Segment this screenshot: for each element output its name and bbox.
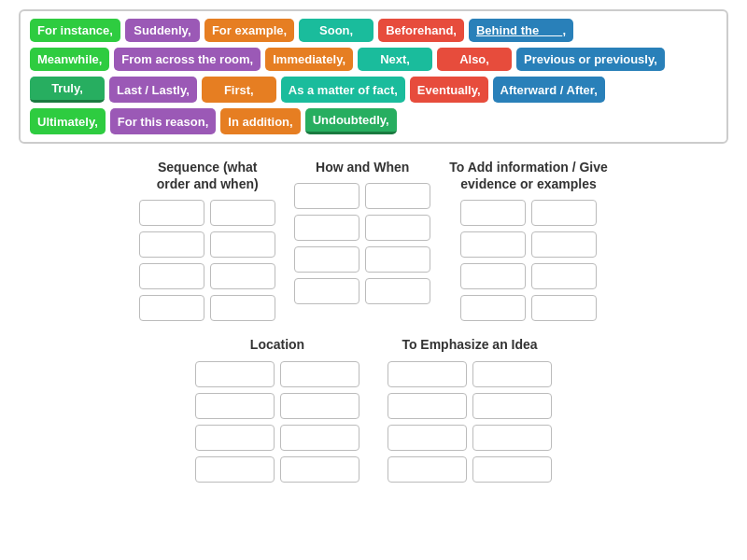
- category-emphasize: To Emphasize an Idea: [388, 336, 552, 482]
- chip-last-lastly[interactable]: Last / Lastly,: [109, 77, 197, 103]
- drop-box[interactable]: [531, 200, 597, 226]
- word-bank-row-1: For instance, Suddenly, For example, Soo…: [30, 19, 717, 42]
- add-info-drop-grid: [460, 200, 597, 321]
- bottom-categories: Location To Emphasize an Idea: [19, 336, 728, 482]
- location-drop-grid: [195, 361, 359, 483]
- drop-box[interactable]: [210, 263, 275, 289]
- drop-box[interactable]: [460, 295, 526, 321]
- drop-box[interactable]: [472, 456, 552, 483]
- drop-box[interactable]: [280, 425, 359, 451]
- drop-box[interactable]: [280, 361, 359, 387]
- drop-box[interactable]: [210, 295, 275, 321]
- page: For instance, Suddenly, For example, Soo…: [0, 0, 747, 492]
- category-how-when: How and When: [294, 159, 430, 321]
- category-sequence: Sequence (whatorder and when): [139, 159, 275, 321]
- drop-box[interactable]: [195, 361, 275, 387]
- drop-box[interactable]: [531, 295, 597, 321]
- chip-from-across[interactable]: From across the room,: [114, 48, 261, 71]
- drop-box[interactable]: [195, 425, 275, 451]
- drop-box[interactable]: [388, 393, 467, 419]
- category-location-title: Location: [250, 336, 304, 353]
- chip-soon[interactable]: Soon,: [299, 19, 374, 42]
- drop-box[interactable]: [294, 278, 359, 304]
- sequence-drop-grid: [139, 200, 275, 321]
- chip-truly[interactable]: Truly,: [30, 77, 105, 103]
- drop-box[interactable]: [365, 215, 430, 241]
- category-add-info: To Add information / Giveevidence or exa…: [449, 159, 608, 321]
- word-bank-row-3: Truly, Last / Lastly, First, As a matter…: [30, 77, 717, 103]
- category-location: Location: [195, 336, 359, 482]
- drop-box[interactable]: [460, 231, 526, 258]
- emphasize-drop-grid: [388, 361, 552, 483]
- drop-box[interactable]: [531, 231, 597, 258]
- drop-box[interactable]: [472, 393, 552, 419]
- drop-box[interactable]: [460, 263, 526, 289]
- drop-box[interactable]: [531, 263, 597, 289]
- drop-box[interactable]: [294, 183, 359, 209]
- chip-undoubtedly[interactable]: Undoubtedly,: [305, 108, 397, 134]
- word-bank: For instance, Suddenly, For example, Soo…: [19, 9, 728, 144]
- chip-for-this-reason[interactable]: For this reason,: [110, 108, 217, 134]
- drop-box[interactable]: [210, 200, 275, 226]
- drop-box[interactable]: [280, 456, 359, 483]
- drop-box[interactable]: [472, 425, 552, 451]
- drop-box[interactable]: [139, 200, 204, 226]
- drop-box[interactable]: [472, 361, 552, 387]
- chip-previous[interactable]: Previous or previously,: [516, 48, 665, 71]
- chip-first[interactable]: First,: [202, 77, 276, 103]
- drop-box[interactable]: [365, 246, 430, 273]
- category-how-when-title: How and When: [316, 159, 409, 175]
- drop-box[interactable]: [139, 231, 204, 258]
- category-sequence-title: Sequence (whatorder and when): [157, 159, 259, 192]
- chip-next[interactable]: Next,: [358, 48, 432, 71]
- drop-box[interactable]: [460, 200, 526, 226]
- drop-box[interactable]: [388, 361, 467, 387]
- category-emphasize-title: To Emphasize an Idea: [402, 336, 537, 353]
- drop-box[interactable]: [139, 263, 204, 289]
- drop-box[interactable]: [139, 295, 204, 321]
- chip-meanwhile[interactable]: Meanwhile,: [30, 48, 109, 71]
- chip-in-addition[interactable]: In addition,: [220, 108, 300, 134]
- drop-box[interactable]: [195, 456, 275, 483]
- chip-behind-the[interactable]: Behind the ___,: [469, 19, 573, 42]
- drop-box[interactable]: [280, 393, 359, 419]
- drop-box[interactable]: [210, 231, 275, 258]
- top-categories: Sequence (whatorder and when) How and Wh…: [19, 159, 728, 321]
- chip-for-example[interactable]: For example,: [204, 19, 294, 42]
- drop-box[interactable]: [388, 425, 467, 451]
- chip-afterward[interactable]: Afterward / After,: [493, 77, 605, 103]
- word-bank-row-2: Meanwhile, From across the room, Immedia…: [30, 48, 717, 71]
- drop-box[interactable]: [365, 278, 430, 304]
- chip-eventually[interactable]: Eventually,: [410, 77, 488, 103]
- chip-ultimately[interactable]: Ultimately,: [30, 108, 106, 134]
- drop-box[interactable]: [388, 456, 467, 483]
- category-add-info-title: To Add information / Giveevidence or exa…: [449, 159, 608, 192]
- chip-immediately[interactable]: Immediately,: [265, 48, 353, 71]
- chip-for-instance[interactable]: For instance,: [30, 19, 120, 42]
- drop-box[interactable]: [294, 215, 359, 241]
- chip-also[interactable]: Also,: [437, 48, 512, 71]
- how-when-drop-grid: [294, 183, 430, 304]
- chip-beforehand[interactable]: Beforehand,: [378, 19, 464, 42]
- drop-box[interactable]: [195, 393, 275, 419]
- chip-suddenly[interactable]: Suddenly,: [125, 19, 200, 42]
- word-bank-row-4: Ultimately, For this reason, In addition…: [30, 108, 717, 134]
- drop-box[interactable]: [294, 246, 359, 273]
- chip-as-matter[interactable]: As a matter of fact,: [281, 77, 405, 103]
- drop-box[interactable]: [365, 183, 430, 209]
